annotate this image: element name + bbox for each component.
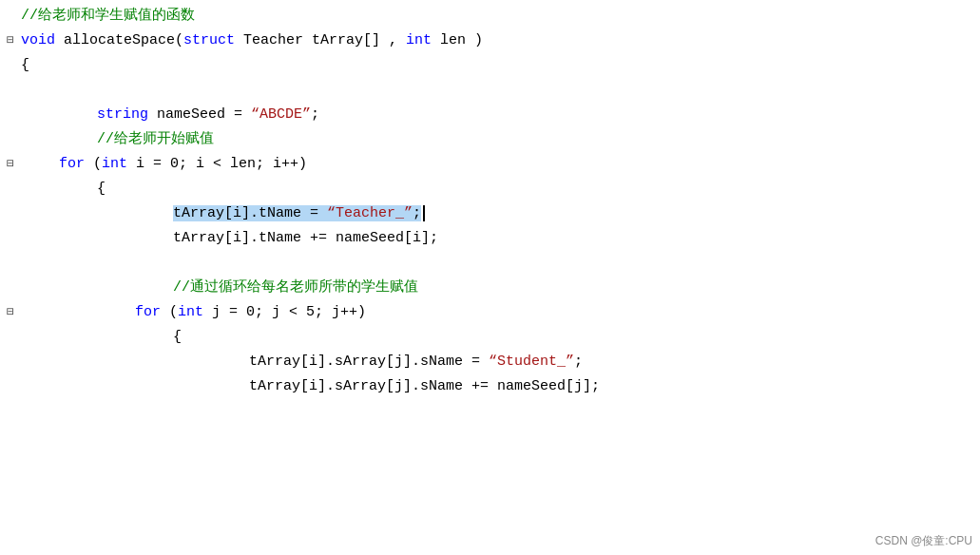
- code-segment: //通过循环给每名老师所带的学生赋值: [173, 279, 418, 296]
- code-line: ⊟for (int i = 0; i < len; i++): [0, 152, 980, 177]
- code-line: //给老师开始赋值: [0, 127, 980, 152]
- line-content: //给老师开始赋值: [21, 127, 214, 152]
- code-segment: string: [97, 106, 148, 123]
- code-segment: int: [406, 32, 432, 48]
- code-segment: {: [173, 329, 182, 345]
- code-segment: Teacher tArray[] ,: [235, 32, 406, 48]
- watermark: CSDN @俊童:CPU: [875, 533, 972, 549]
- line-content: tArray[i].sArray[j].sName = “Student_”;: [21, 350, 583, 374]
- code-segment: //给老师和学生赋值的函数: [21, 8, 195, 24]
- code-segment: tArray[i].sArray[j].sName =: [249, 354, 489, 370]
- line-content: for (int j = 0; j < 5; j++): [21, 300, 366, 325]
- code-segment: {: [21, 57, 29, 73]
- code-segment: void: [21, 32, 55, 48]
- line-content: tArray[i].tName += nameSeed[i];: [21, 226, 438, 251]
- code-segment: for: [59, 156, 85, 172]
- code-segment: tArray[i].tName += nameSeed[i];: [173, 230, 438, 246]
- code-line: tArray[i].tName += nameSeed[i];: [0, 226, 980, 251]
- code-line: //给老师和学生赋值的函数: [0, 4, 980, 29]
- line-content: {: [21, 177, 106, 201]
- code-area: //给老师和学生赋值的函数⊟void allocateSpace(struct …: [0, 0, 980, 403]
- code-line: [0, 251, 980, 276]
- code-segment: int: [102, 156, 127, 172]
- code-segment: “Student_”: [489, 354, 574, 370]
- code-line: {: [0, 325, 980, 350]
- code-line: tArray[i].tName = “Teacher_”;: [0, 201, 980, 226]
- code-line: [0, 78, 980, 103]
- code-container: //给老师和学生赋值的函数⊟void allocateSpace(struct …: [0, 0, 980, 555]
- code-segment: tArray[i].sArray[j].sName += nameSeed[j]…: [249, 378, 600, 394]
- code-line: //通过循环给每名老师所带的学生赋值: [0, 276, 980, 300]
- code-segment: ;: [311, 106, 319, 123]
- fold-icon[interactable]: ⊟: [0, 152, 21, 177]
- code-segment: int: [178, 304, 203, 320]
- line-content: //通过循环给每名老师所带的学生赋值: [21, 276, 418, 300]
- code-segment: (: [161, 304, 178, 320]
- line-content: tArray[i].sArray[j].sName += nameSeed[j]…: [21, 374, 600, 399]
- code-line: ⊟void allocateSpace(struct Teacher tArra…: [0, 29, 980, 53]
- code-segment: ;: [574, 354, 583, 370]
- line-content: string nameSeed = “ABCDE”;: [21, 103, 319, 127]
- fold-icon[interactable]: ⊟: [0, 29, 21, 53]
- code-segment: struct: [183, 32, 235, 48]
- code-line: {: [0, 177, 980, 201]
- code-segment: allocateSpace(: [55, 32, 183, 48]
- line-content: {: [21, 53, 29, 78]
- code-line: string nameSeed = “ABCDE”;: [0, 103, 980, 127]
- line-content: tArray[i].tName = “Teacher_”;: [21, 201, 425, 226]
- code-segment: tArray[i].tName =: [173, 205, 327, 221]
- text-cursor: [423, 205, 425, 221]
- code-line: tArray[i].sArray[j].sName = “Student_”;: [0, 350, 980, 374]
- code-segment: j = 0; j < 5; j++): [203, 304, 366, 320]
- code-segment: {: [97, 181, 106, 197]
- code-segment: (: [85, 156, 102, 172]
- code-segment: i = 0; i < len; i++): [127, 156, 307, 172]
- code-segment: nameSeed =: [148, 106, 251, 123]
- line-content: {: [21, 325, 182, 350]
- code-line: tArray[i].sArray[j].sName += nameSeed[j]…: [0, 374, 980, 399]
- code-segment: ;: [413, 205, 421, 221]
- code-segment: for: [135, 304, 161, 320]
- code-line: {: [0, 53, 980, 78]
- code-segment: “ABCDE”: [251, 106, 311, 123]
- code-segment: //给老师开始赋值: [97, 131, 214, 147]
- code-line: ⊟for (int j = 0; j < 5; j++): [0, 300, 980, 325]
- fold-icon[interactable]: ⊟: [0, 300, 21, 325]
- line-content: void allocateSpace(struct Teacher tArray…: [21, 29, 483, 53]
- line-content: //给老师和学生赋值的函数: [21, 4, 195, 29]
- line-content: for (int i = 0; i < len; i++): [21, 152, 307, 177]
- code-segment: len ): [432, 32, 483, 48]
- code-segment: “Teacher_”: [327, 205, 413, 221]
